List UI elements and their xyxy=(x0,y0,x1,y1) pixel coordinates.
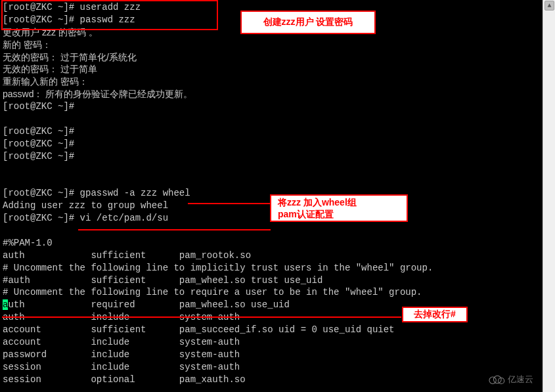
chevron-up-icon: ▲ xyxy=(547,2,551,9)
terminal-line: passwd： 所有的身份验证令牌已经成功更新。 xyxy=(3,88,540,100)
terminal-line: [root@ZKC ~]# xyxy=(3,150,540,163)
terminal-line xyxy=(3,113,540,125)
cloud-icon xyxy=(488,374,505,385)
terminal-line: # Uncomment the following line to requir… xyxy=(3,286,540,299)
callout-text: 创建zzz用户 设置密码 xyxy=(263,16,353,28)
svg-point-1 xyxy=(493,376,501,383)
callout-remove-hash: 去掉改行# xyxy=(402,307,468,322)
terminal-line xyxy=(3,175,540,187)
terminal-line: account include system-auth xyxy=(3,336,540,349)
terminal-line: #auth sufficient pam_wheel.so trust use_… xyxy=(3,274,540,287)
scroll-up-button[interactable]: ▲ xyxy=(544,1,554,11)
terminal-line: [root@ZKC ~]# xyxy=(3,100,540,113)
terminal-line: [root@ZKC ~]# xyxy=(3,125,540,138)
cursor-highlight: a xyxy=(3,299,8,310)
watermark-text: 亿速云 xyxy=(508,374,533,385)
terminal-line: [root@ZKC ~]# xyxy=(3,138,540,150)
terminal-line: auth sufficient pam_rootok.so xyxy=(3,250,540,262)
terminal-line: 重新输入新的 密码： xyxy=(3,76,540,88)
terminal-line xyxy=(3,163,540,175)
terminal-line: session include system-auth xyxy=(3,361,540,374)
callout-create-user: 创建zzz用户 设置密码 xyxy=(240,11,376,34)
callout-wheel-pam: 将zzz 加入wheel组 pam认证配置 xyxy=(270,194,408,222)
terminal-line: account sufficient pam_succeed_if.so uid… xyxy=(3,324,540,336)
terminal-line xyxy=(3,225,540,237)
terminal-line: password include system-auth xyxy=(3,349,540,361)
terminal-line: # Uncomment the following line to implic… xyxy=(3,262,540,274)
vertical-scrollbar[interactable]: ▲ xyxy=(543,0,555,392)
terminal-line: 无效的密码： 过于简单化/系统化 xyxy=(3,51,540,64)
watermark-logo: 亿速云 xyxy=(488,370,541,389)
callout-text-line2: pam认证配置 xyxy=(278,208,334,220)
terminal-line: #%PAM-1.0 xyxy=(3,237,540,250)
terminal-line: session optional pam_xauth.so xyxy=(3,374,540,386)
callout-text-line1: 将zzz 加入wheel组 xyxy=(278,196,357,208)
terminal-line: 新的 密码： xyxy=(3,39,540,51)
callout-text: 去掉改行# xyxy=(414,309,456,320)
terminal-line: 无效的密码： 过于简单 xyxy=(3,63,540,76)
